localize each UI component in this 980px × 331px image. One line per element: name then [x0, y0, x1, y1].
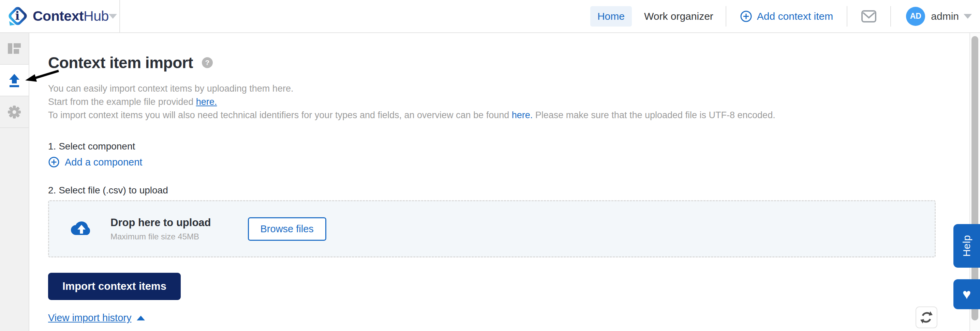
- nav-work-organizer[interactable]: Work organizer: [644, 11, 713, 22]
- file-dropzone[interactable]: Drop here to upload Maximum file size 45…: [48, 200, 935, 257]
- intro-line-1: You can easily import context items by u…: [48, 82, 969, 95]
- identifiers-overview-link[interactable]: here.: [512, 110, 533, 120]
- view-import-history-link[interactable]: View import history: [48, 312, 131, 323]
- logo-letter: i: [8, 9, 27, 23]
- nav-home[interactable]: Home: [590, 6, 632, 27]
- user-avatar[interactable]: AD: [906, 7, 925, 26]
- intro-line-3-text: To import context items you will also ne…: [48, 110, 512, 120]
- add-context-item-button[interactable]: Add context item: [740, 10, 833, 22]
- import-context-items-button[interactable]: Import context items: [48, 273, 181, 300]
- step1-label: 1. Select component: [48, 141, 969, 152]
- add-component-label: Add a component: [65, 157, 142, 168]
- page-title: Context item import: [48, 54, 193, 72]
- intro-line-3-suffix: Please make sure that the uploaded file …: [533, 110, 775, 120]
- step2-label: 2. Select file (.csv) to upload: [48, 185, 969, 196]
- intro-text: You can easily import context items by u…: [48, 82, 969, 122]
- refresh-button[interactable]: [916, 306, 937, 328]
- nav-divider: [890, 6, 891, 27]
- left-sidebar: [0, 33, 29, 331]
- add-component-button[interactable]: Add a component: [48, 156, 142, 168]
- user-menu-caret-icon[interactable]: [964, 14, 972, 19]
- nav-divider: [847, 6, 847, 27]
- sidebar-item-import[interactable]: [0, 65, 29, 97]
- envelope-icon: [861, 10, 877, 23]
- upload-icon: [8, 73, 21, 87]
- logo-text-bold: Context: [33, 8, 84, 24]
- dropzone-title: Drop here to upload: [110, 217, 211, 229]
- collapse-triangle-icon: [137, 316, 145, 320]
- intro-line-3: To import context items you will also ne…: [48, 109, 969, 122]
- feedback-heart-button[interactable]: ♥: [953, 279, 980, 309]
- view-import-history-toggle[interactable]: View import history: [48, 312, 145, 323]
- contexthub-logo-icon: i: [8, 6, 27, 26]
- dropzone-text: Drop here to upload Maximum file size 45…: [110, 217, 211, 241]
- logo-text-light: Hub: [84, 8, 109, 24]
- logo-dropdown-caret-icon[interactable]: [109, 14, 117, 19]
- add-context-item-label: Add context item: [757, 11, 833, 22]
- plus-circle-icon: [740, 10, 752, 22]
- logo-section[interactable]: i ContextHub: [0, 0, 120, 32]
- username-label: admin: [931, 11, 959, 22]
- refresh-icon: [920, 310, 933, 324]
- sidebar-item-settings[interactable]: [0, 97, 29, 128]
- intro-line-2-text: Start from the example file provided: [48, 97, 196, 107]
- page-help-icon[interactable]: ?: [202, 57, 213, 68]
- gear-icon: [7, 105, 21, 119]
- heart-icon: ♥: [963, 287, 971, 301]
- messages-button[interactable]: [861, 10, 877, 23]
- top-bar: i ContextHub Home Work organizer Add con…: [0, 0, 980, 33]
- intro-line-2: Start from the example file provided her…: [48, 95, 969, 109]
- browse-files-button[interactable]: Browse files: [248, 217, 326, 241]
- top-navigation: Home Work organizer Add context item AD …: [590, 6, 980, 27]
- sidebar-item-dashboard[interactable]: [0, 33, 29, 65]
- logo-wordmark: ContextHub: [33, 8, 109, 24]
- plus-circle-icon: [48, 156, 60, 168]
- dropzone-subtitle: Maximum file size 45MB: [110, 232, 211, 241]
- cloud-upload-icon: [70, 220, 93, 238]
- help-tab-label: Help: [961, 235, 972, 257]
- main-content: Context item import ? You can easily imp…: [30, 33, 969, 331]
- help-tab-button[interactable]: Help: [953, 224, 980, 268]
- dashboard-layout-icon: [8, 43, 21, 54]
- example-file-link[interactable]: here.: [196, 97, 217, 107]
- nav-divider: [725, 6, 726, 27]
- scrollbar-thumb[interactable]: [972, 36, 978, 320]
